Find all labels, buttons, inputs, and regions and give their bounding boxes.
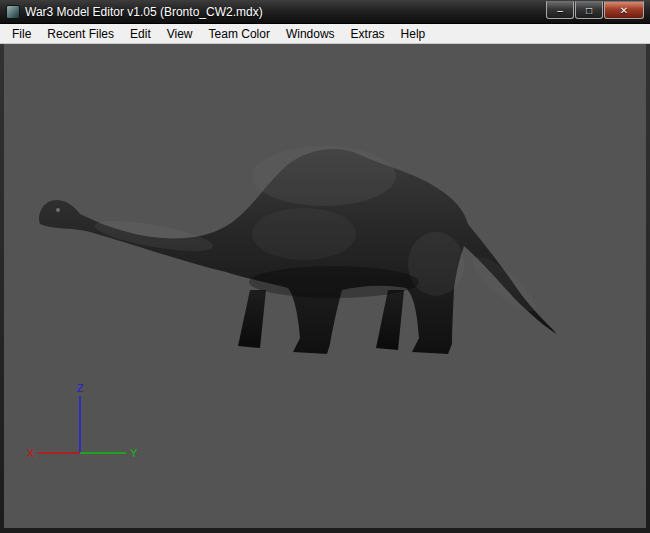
close-button[interactable]: ✕ bbox=[604, 1, 644, 19]
model-brontosaurus bbox=[39, 146, 557, 354]
minimize-icon: – bbox=[557, 3, 563, 18]
minimize-button[interactable]: – bbox=[546, 1, 574, 19]
menu-bar: File Recent Files Edit View Team Color W… bbox=[0, 24, 650, 44]
menu-item-team-color[interactable]: Team Color bbox=[201, 25, 278, 43]
maximize-icon: □ bbox=[586, 3, 592, 18]
menu-item-edit[interactable]: Edit bbox=[122, 25, 159, 43]
z-axis-label: Z bbox=[77, 382, 84, 394]
window-controls: – □ ✕ bbox=[546, 1, 644, 19]
maximize-button[interactable]: □ bbox=[575, 1, 603, 19]
menu-item-file[interactable]: File bbox=[4, 25, 39, 43]
close-icon: ✕ bbox=[620, 3, 628, 18]
x-axis-label: X bbox=[27, 447, 35, 459]
viewport-3d[interactable]: Z X Y bbox=[4, 44, 646, 528]
menu-item-recent-files[interactable]: Recent Files bbox=[39, 25, 122, 43]
menu-item-view[interactable]: View bbox=[159, 25, 201, 43]
app-icon bbox=[6, 5, 20, 19]
menu-item-windows[interactable]: Windows bbox=[278, 25, 343, 43]
menu-item-extras[interactable]: Extras bbox=[343, 25, 393, 43]
menu-item-help[interactable]: Help bbox=[393, 25, 434, 43]
y-axis-label: Y bbox=[130, 447, 138, 459]
title-bar[interactable]: War3 Model Editor v1.05 (Bronto_CW2.mdx)… bbox=[0, 0, 650, 24]
axis-gizmo: Z X Y bbox=[27, 382, 138, 459]
window-title: War3 Model Editor v1.05 (Bronto_CW2.mdx) bbox=[25, 1, 546, 23]
app-window: War3 Model Editor v1.05 (Bronto_CW2.mdx)… bbox=[0, 0, 650, 533]
